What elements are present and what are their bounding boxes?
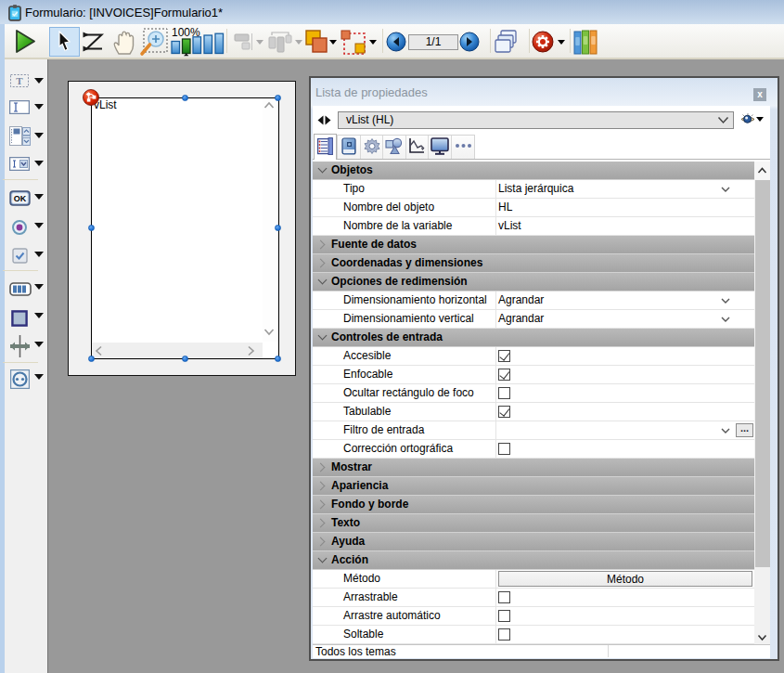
svg-text:T: T <box>16 75 23 86</box>
svg-text:OK: OK <box>14 194 27 203</box>
